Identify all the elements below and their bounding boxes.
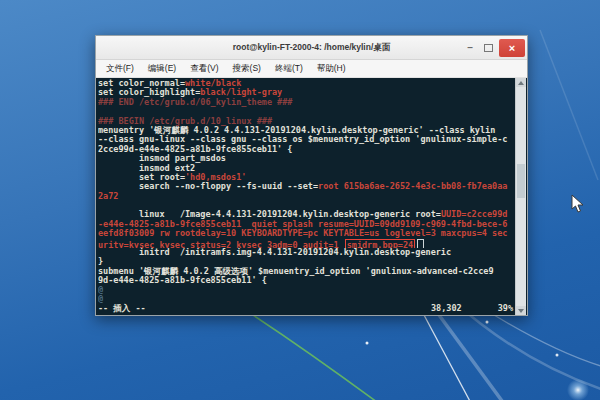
terminal-line: initrd /initramfs.img-4.4.131-20191204.k… [98,248,527,257]
terminal-text-segment: -e44e-4825-a81b-9fce855ceb11 quiet splas… [98,220,507,229]
vim-status-line: -- 插入 -- 38,302 39% [96,304,527,315]
terminal-line: set color_highlight=black/light-gray [98,88,527,97]
maximize-button[interactable] [479,44,497,52]
menu-item[interactable]: 帮助(H) [310,63,353,75]
scroll-up-button[interactable] [516,78,526,87]
terminal-text-segment: insmod ext2 [98,164,195,173]
terminal-text-segment: --class gnu-linux --class gnu --class os… [98,135,507,144]
terminal-line: search --no-floppy --fs-uuid --set=root … [98,182,527,191]
terminal-line: eefd8f03009 rw rootdelay=10 KEYBOARDTYPE… [98,229,527,238]
terminal-window: root@kylin-FT-2000-4: /home/kylin/桌面 – ×… [95,35,528,316]
minimize-button[interactable]: – [461,36,479,59]
scroll-down-icon [518,309,524,313]
terminal-text-segment: submenu '银河麒麟 4.0.2 高级选项' $menuentry_id_… [98,267,494,276]
close-icon: × [509,40,515,56]
terminal-line: -e44e-4825-a81b-9fce855ceb11 quiet splas… [98,220,527,229]
terminal-line: ### END /etc/grub.d/06_kylin_theme ### [98,98,527,107]
terminal-text-segment: } [98,257,103,266]
terminal-text-segment: ### BEGIN /etc/grub.d/10_linux ### [98,117,272,126]
vim-mode-indicator: -- 插入 -- [98,304,146,314]
terminal-line: linux /Image-4.4.131-20191204.kylin.desk… [98,210,527,219]
terminal-scrollbar[interactable] [515,78,526,315]
vim-cursor-position: 38,302 [431,304,462,314]
terminal-text-segment: set color_highlight= [98,88,200,97]
vim-scroll-percent: 39% [498,304,513,314]
terminal-text-segment: eefd8f03009 rw rootdelay=10 KEYBOARDTYPE… [98,229,507,238]
terminal-line: --class gnu-linux --class gnu --class os… [98,135,527,144]
terminal-line: insmod part_msdos [98,154,527,163]
terminal-line: ### BEGIN /etc/grub.d/10_linux ### [98,117,527,126]
terminal-line [98,107,527,116]
terminal-text-segment: insmod part_msdos [98,154,226,163]
terminal-text-segment: urity=kysec kysec_status=2 kysec_3adm=0 … [98,240,344,248]
minimize-icon: – [467,42,473,53]
menu-item[interactable]: 文件(F) [99,63,141,75]
terminal-line: } [98,257,527,266]
terminal-text-segment: @ [98,286,103,295]
terminal-text-segment: white/black [185,79,241,88]
terminal-text-segment: 2a72 [98,192,118,201]
desktop: root@kylin-FT-2000-4: /home/kylin/桌面 – ×… [0,0,600,400]
terminal-lines: set color_normal=white/blackset color_hi… [96,79,527,304]
terminal-text-segment: linux /Image-4.4.131-20191204.kylin.desk… [98,210,441,219]
scroll-up-icon [518,81,524,85]
terminal-screen[interactable]: set color_normal=white/blackset color_hi… [96,78,527,315]
vim-cursor [417,239,424,248]
terminal-text-segment: 2cce99d-e44e-4825-a81b-9fce855ceb11' { [98,145,292,154]
title-bar[interactable]: root@kylin-FT-2000-4: /home/kylin/桌面 – × [96,36,527,60]
terminal-line: insmod ext2 [98,164,527,173]
terminal-line: set root='hd0,msdos1' [98,173,527,182]
terminal-text-segment: UUID=c2cce99d [441,210,508,219]
terminal-text-segment: root 615ba6ae-2652-4e3c-bb08-fb7ea0aa [318,182,507,191]
mouse-cursor-icon [571,194,584,213]
terminal-text-segment: 9d-e44e-4825-a81b-9fce855ceb11' { [98,276,267,285]
scrollbar-thumb[interactable] [517,164,525,198]
maximize-icon [484,44,493,52]
menu-bar: 文件(F)编辑(E)查看(V)搜索(S)终端(T)帮助(H) [96,60,527,78]
terminal-text-segment: initrd /initramfs.img-4.4.131-20191204.k… [98,248,451,257]
terminal-text-segment: set root= [98,173,185,182]
terminal-text-segment: ### END /etc/grub.d/06_kylin_theme ### [98,98,292,107]
menu-item[interactable]: 终端(T) [268,63,310,75]
terminal-line: menuentry '银河麒麟 4.0.2 4.4.131-20191204.k… [98,126,527,135]
terminal-line: 2cce99d-e44e-4825-a81b-9fce855ceb11' { [98,145,527,154]
terminal-text-segment: smidrm.bpp=24 [345,239,416,248]
terminal-text-segment: 'hd0,msdos1' [185,173,246,182]
terminal-text-segment: black/light-gray [200,88,282,97]
terminal-line: submenu '银河麒麟 4.0.2 高级选项' $menuentry_id_… [98,267,527,276]
terminal-line [98,201,527,210]
terminal-text-segment: menuentry '银河麒麟 4.0.2 4.4.131-20191204.k… [98,126,495,135]
terminal-text-segment: set color_normal= [98,79,185,88]
window-controls: – × [461,36,525,59]
terminal-line: set color_normal=white/black [98,79,527,88]
terminal-line: 9d-e44e-4825-a81b-9fce855ceb11' { [98,276,527,285]
terminal-line: urity=kysec kysec_status=2 kysec_3adm=0 … [98,239,527,248]
menu-item[interactable]: 搜索(S) [226,63,268,75]
menu-item[interactable]: 查看(V) [183,63,225,75]
scroll-down-button[interactable] [516,306,526,315]
terminal-line: @ [98,295,527,304]
menu-item[interactable]: 编辑(E) [141,63,183,75]
terminal-line: @ [98,286,527,295]
close-button[interactable]: × [499,39,525,57]
terminal-line: 2a72 [98,192,527,201]
terminal-text-segment: search --no-floppy --fs-uuid --set= [98,182,318,191]
